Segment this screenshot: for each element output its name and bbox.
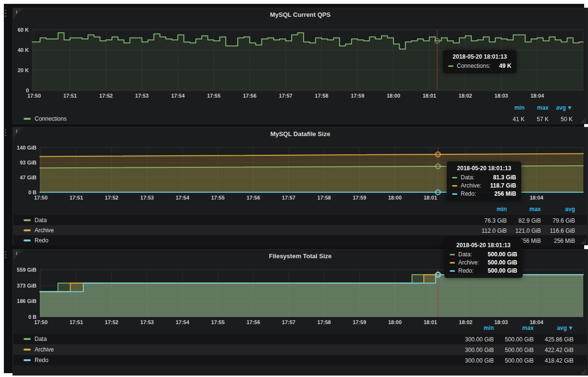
- svg-text:18:03: 18:03: [494, 93, 508, 99]
- tooltip-series-value: 500.00 GiB: [479, 259, 517, 266]
- svg-text:17:56: 17:56: [246, 319, 260, 325]
- svg-text:17:51: 17:51: [70, 319, 83, 325]
- svg-text:17:50: 17:50: [34, 319, 48, 325]
- svg-text:17:57: 17:57: [282, 319, 295, 325]
- legend-stat-header-avg[interactable]: avg: [541, 206, 575, 213]
- tooltip-series-value: 256 MiB: [486, 190, 516, 197]
- tooltip-color-dash: [452, 193, 457, 195]
- legend-series-label: Archive: [35, 346, 54, 353]
- tooltip-color-dash: [452, 185, 457, 187]
- legend-stat-header-min[interactable]: min: [501, 104, 525, 111]
- svg-text:18:04: 18:04: [530, 195, 544, 201]
- svg-text:17:58: 17:58: [315, 93, 328, 99]
- legend-series-label: Connections: [35, 115, 67, 122]
- svg-text:17:52: 17:52: [105, 319, 118, 325]
- svg-text:17:57: 17:57: [279, 93, 293, 99]
- legend-series-archive[interactable]: Archive: [24, 344, 54, 355]
- panel-resize-handle[interactable]: [581, 239, 586, 244]
- panel-title[interactable]: MySQL Current QPS: [13, 11, 588, 18]
- legend-color-dash: [24, 118, 31, 120]
- tooltip-series-row: Redo:256 MiB: [452, 190, 516, 197]
- legend-series-data[interactable]: Data: [24, 334, 47, 344]
- legend-color-dash: [24, 349, 31, 351]
- svg-text:17:58: 17:58: [318, 319, 331, 325]
- svg-text:17:55: 17:55: [211, 319, 224, 325]
- tooltip-series-row: Archive:118.7 GiB: [452, 182, 516, 189]
- svg-text:186 GiB: 186 GiB: [17, 298, 37, 304]
- legend-stat-header-max[interactable]: max: [525, 104, 549, 111]
- tooltip-color-dash: [448, 65, 453, 67]
- panel-title[interactable]: MySQL Datafile Size: [13, 130, 588, 138]
- panel-drag-handle[interactable]: [5, 251, 6, 258]
- legend-stat-header-min[interactable]: min: [473, 206, 507, 213]
- svg-text:17:50: 17:50: [34, 195, 48, 201]
- svg-text:17:54: 17:54: [171, 93, 185, 99]
- svg-text:373 GiB: 373 GiB: [17, 283, 37, 289]
- tooltip-color-dash: [452, 177, 457, 178]
- crosshair-tooltip-filesystem: 2018-05-20 18:01:13 Data:500.00 GiBArchi…: [444, 239, 523, 278]
- svg-text:17:54: 17:54: [176, 319, 190, 325]
- tooltip-series-value: 49 K: [490, 63, 511, 69]
- panel-drag-handle[interactable]: [5, 129, 6, 136]
- svg-text:17:51: 17:51: [70, 195, 83, 201]
- tooltip-series-label: Data:: [458, 251, 472, 258]
- tooltip-series-label: Data:: [461, 174, 475, 181]
- panel-drag-handle[interactable]: [5, 10, 6, 17]
- legend-series-data[interactable]: Data: [24, 215, 47, 225]
- legend-stat-header-max[interactable]: max: [494, 325, 534, 331]
- crosshair-tooltip-qps: 2018-05-20 18:01:13 Connections:49 K: [443, 50, 516, 73]
- legend-series-label: Data: [35, 336, 47, 342]
- legend-stat-header-max[interactable]: max: [507, 206, 541, 213]
- svg-text:18:02: 18:02: [459, 93, 472, 99]
- crosshair-tooltip-datafile: 2018-05-20 18:01:13 Data:81.3 GiBArchive…: [447, 162, 521, 201]
- tooltip-series-value: 500.00 GiB: [479, 267, 517, 274]
- svg-text:140 GiB: 140 GiB: [17, 145, 37, 151]
- svg-text:60 K: 60 K: [18, 27, 29, 33]
- svg-text:47 GiB: 47 GiB: [20, 175, 37, 180]
- legend-series-redo[interactable]: Redo: [24, 355, 49, 365]
- tooltip-series-value: 118.7 GiB: [481, 182, 516, 189]
- tooltip-series-row: Data:500.00 GiB: [450, 251, 517, 258]
- svg-text:93 GiB: 93 GiB: [20, 160, 37, 165]
- legend-series-redo[interactable]: Redo: [24, 235, 49, 245]
- legend-series-label: Data: [35, 217, 47, 224]
- svg-text:18:00: 18:00: [387, 93, 400, 99]
- tooltip-series-row: Connections:49 K: [448, 63, 511, 69]
- legend-series-connections[interactable]: Connections: [24, 113, 67, 124]
- legend-stat-header-avg[interactable]: avg▼: [534, 325, 574, 331]
- svg-text:17:55: 17:55: [211, 195, 224, 201]
- svg-text:17:59: 17:59: [353, 319, 366, 325]
- legend-stat-header-min[interactable]: min: [454, 325, 494, 331]
- legend-series-archive[interactable]: Archive: [24, 225, 54, 235]
- legend-color-dash: [24, 338, 31, 340]
- legend-color-dash: [24, 359, 31, 361]
- svg-text:17:50: 17:50: [27, 93, 41, 99]
- svg-text:18:00: 18:00: [388, 319, 402, 325]
- svg-text:17:57: 17:57: [282, 195, 295, 201]
- svg-text:18:01: 18:01: [423, 93, 436, 99]
- panel-resize-handle[interactable]: [581, 117, 586, 123]
- legend-series-label: Archive: [35, 227, 54, 234]
- legend-stat-header-avg[interactable]: avg▼: [549, 104, 573, 111]
- svg-text:18:00: 18:00: [388, 195, 402, 201]
- svg-text:17:55: 17:55: [207, 93, 220, 99]
- tooltip-color-dash: [450, 270, 455, 272]
- tooltip-series-label: Archive:: [458, 259, 479, 266]
- svg-text:40 K: 40 K: [18, 47, 29, 53]
- tooltip-series-value: 81.3 GiB: [484, 174, 516, 181]
- tooltip-series-label: Connections:: [457, 63, 490, 69]
- tooltip-series-row: Data:81.3 GiB: [452, 174, 516, 181]
- panel-resize-handle[interactable]: [581, 369, 586, 374]
- svg-text:20 K: 20 K: [18, 67, 29, 73]
- svg-text:17:53: 17:53: [135, 93, 148, 99]
- svg-text:559 GiB: 559 GiB: [17, 267, 37, 273]
- tooltip-series-row: Redo:500.00 GiB: [450, 267, 517, 274]
- svg-text:17:56: 17:56: [246, 195, 260, 201]
- sort-caret-icon: ▼: [567, 104, 573, 111]
- svg-text:17:53: 17:53: [140, 195, 154, 201]
- tooltip-series-label: Redo:: [458, 267, 474, 274]
- svg-text:17:52: 17:52: [105, 195, 118, 201]
- legend-color-dash: [24, 229, 31, 231]
- legend-color-dash: [24, 219, 31, 221]
- svg-text:17:59: 17:59: [353, 195, 366, 201]
